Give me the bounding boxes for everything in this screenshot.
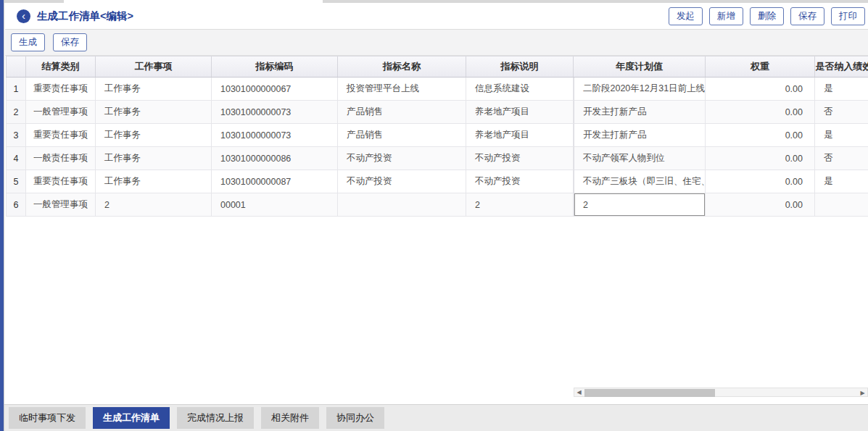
table-row: 6 一般管理事项 2 00001 2 2 0.00 [6, 193, 868, 217]
bottom-tab-bar: 临时事项下发 生成工作清单 完成情况上报 相关附件 协同办公 [0, 404, 868, 431]
cell-code[interactable]: 10301000000087 [212, 170, 338, 193]
tab-attachments[interactable]: 相关附件 [261, 407, 319, 429]
cell-category[interactable]: 一般责任事项 [26, 147, 96, 170]
cell-rownum[interactable]: 5 [6, 170, 26, 193]
tab-temp-items[interactable]: 临时事项下发 [9, 407, 86, 429]
worklist-table: 结算类别 工作事项 指标编码 指标名称 指标说明 年度计划值 权重 是否纳入绩效… [6, 56, 868, 217]
cell-rownum[interactable]: 1 [6, 78, 26, 101]
initiate-button[interactable]: 发起 [669, 7, 703, 25]
cell-rownum[interactable]: 4 [6, 147, 26, 170]
back-button[interactable]: ‹ [17, 9, 30, 23]
column-header-desc[interactable]: 指标说明 [466, 57, 574, 77]
secondary-toolbar: 生成 保存 [5, 30, 868, 56]
column-header-weight[interactable]: 权重 [706, 57, 815, 77]
cell-plan[interactable]: 开发主打新产品 [574, 101, 706, 124]
cell-category[interactable]: 一般管理事项 [26, 193, 96, 217]
left-accent-bar [0, 0, 4, 431]
cell-code[interactable]: 10301000000073 [212, 124, 338, 147]
cell-code[interactable]: 00001 [212, 193, 338, 217]
cell-name[interactable] [338, 193, 466, 217]
app-window: ‹ 生成工作清单<编辑> 发起 新增 删除 保存 打印 上一条 生成 保存 结算… [0, 0, 868, 431]
cell-name[interactable]: 产品销售 [338, 124, 466, 147]
column-header-rownum [6, 57, 26, 77]
scroll-left-arrow-icon[interactable]: ◀ [574, 388, 584, 396]
tab-generate-worklist[interactable]: 生成工作清单 [93, 407, 170, 429]
delete-button[interactable]: 删除 [750, 7, 784, 25]
cell-included[interactable]: 是 [815, 78, 868, 101]
add-button[interactable]: 新增 [709, 7, 743, 25]
cell-category[interactable]: 重要责任事项 [26, 78, 96, 101]
cell-category[interactable]: 一般管理事项 [26, 101, 96, 124]
cell-name[interactable]: 产品销售 [338, 101, 466, 124]
generate-button[interactable]: 生成 [11, 33, 45, 51]
column-header-code[interactable]: 指标编码 [212, 57, 338, 77]
table-row: 5 重要责任事项 工作事务 10301000000087 不动产投资 不动产投资… [6, 170, 868, 193]
cell-weight[interactable]: 0.00 [706, 78, 815, 101]
scroll-right-arrow-icon[interactable]: ▶ [858, 389, 867, 397]
cell-item[interactable]: 工作事务 [96, 147, 212, 170]
cell-rownum[interactable]: 6 [6, 193, 26, 217]
cell-plan[interactable]: 不动产三板块（即三旧、住宅、商 [574, 170, 706, 193]
column-header-included[interactable]: 是否纳入绩效 [815, 57, 868, 77]
column-header-category[interactable]: 结算类别 [26, 57, 96, 77]
toolbar-save-button[interactable]: 保存 [53, 33, 87, 51]
table-row: 2 一般管理事项 工作事务 10301000000073 产品销售 养老地产项目… [6, 101, 868, 124]
table-row: 4 一般责任事项 工作事务 10301000000086 不动产投资 不动产投资… [6, 147, 868, 170]
table-row: 1 重要责任事项 工作事务 10301000000067 投资管理平台上线 信息… [6, 78, 868, 101]
cell-item[interactable]: 工作事务 [96, 78, 212, 101]
cell-weight[interactable]: 0.00 [706, 193, 815, 217]
header-actions: 发起 新增 删除 保存 打印 上一条 [669, 7, 868, 25]
cell-rownum[interactable]: 3 [6, 124, 26, 147]
cell-plan[interactable]: 二阶段2020年12月31日前上线 [574, 78, 706, 101]
chevron-left-icon: ‹ [22, 9, 25, 22]
cell-rownum[interactable]: 2 [6, 101, 26, 124]
page-title: 生成工作清单<编辑> [37, 9, 133, 23]
scrollbar-thumb[interactable] [584, 389, 715, 397]
cell-item[interactable]: 工作事务 [96, 101, 212, 124]
cell-item[interactable]: 工作事务 [96, 124, 212, 147]
tab-collaboration[interactable]: 协同办公 [326, 407, 384, 429]
table-header-row: 结算类别 工作事项 指标编码 指标名称 指标说明 年度计划值 权重 是否纳入绩效 [6, 56, 868, 78]
cell-category[interactable]: 重要责任事项 [26, 124, 96, 147]
cell-plan[interactable]: 不动产领军人物到位 [574, 147, 706, 170]
cell-included[interactable]: 否 [815, 101, 868, 124]
cell-plan-selected[interactable]: 2 [574, 193, 706, 217]
cell-weight[interactable]: 0.00 [706, 101, 815, 124]
print-button[interactable]: 打印 [831, 7, 865, 25]
column-header-item[interactable]: 工作事项 [96, 57, 212, 77]
cell-included[interactable]: 是 [815, 124, 868, 147]
cell-plan[interactable]: 开发主打新产品 [574, 124, 706, 147]
cell-weight[interactable]: 0.00 [706, 147, 815, 170]
cell-name[interactable]: 投资管理平台上线 [338, 78, 466, 101]
save-button[interactable]: 保存 [790, 7, 824, 25]
cell-item[interactable]: 工作事务 [96, 170, 212, 193]
tab-completion-report[interactable]: 完成情况上报 [177, 407, 254, 429]
horizontal-scrollbar[interactable]: ◀ ▶ [574, 388, 868, 397]
cell-category[interactable]: 重要责任事项 [26, 170, 96, 193]
cell-code[interactable]: 10301000000073 [212, 101, 338, 124]
cell-desc[interactable]: 养老地产项目 [466, 101, 574, 124]
cell-desc[interactable]: 不动产投资 [466, 170, 574, 193]
table-row: 3 重要责任事项 工作事务 10301000000073 产品销售 养老地产项目… [6, 124, 868, 147]
cell-included[interactable] [815, 193, 868, 217]
cell-included[interactable]: 是 [815, 170, 868, 193]
page-header: ‹ 生成工作清单<编辑> 发起 新增 删除 保存 打印 上一条 [5, 3, 868, 30]
cell-code[interactable]: 10301000000086 [212, 147, 338, 170]
cell-desc[interactable]: 2 [466, 193, 574, 217]
cell-included[interactable]: 否 [815, 147, 868, 170]
cell-item[interactable]: 2 [96, 193, 212, 217]
cell-desc[interactable]: 信息系统建设 [466, 78, 574, 101]
cell-weight[interactable]: 0.00 [706, 124, 815, 147]
cell-desc[interactable]: 不动产投资 [466, 147, 574, 170]
cell-desc[interactable]: 养老地产项目 [466, 124, 574, 147]
column-header-name[interactable]: 指标名称 [338, 57, 466, 77]
cell-weight[interactable]: 0.00 [706, 170, 815, 193]
cell-code[interactable]: 10301000000067 [212, 78, 338, 101]
cell-name[interactable]: 不动产投资 [338, 170, 466, 193]
column-header-plan[interactable]: 年度计划值 [574, 57, 706, 77]
cell-name[interactable]: 不动产投资 [338, 147, 466, 170]
